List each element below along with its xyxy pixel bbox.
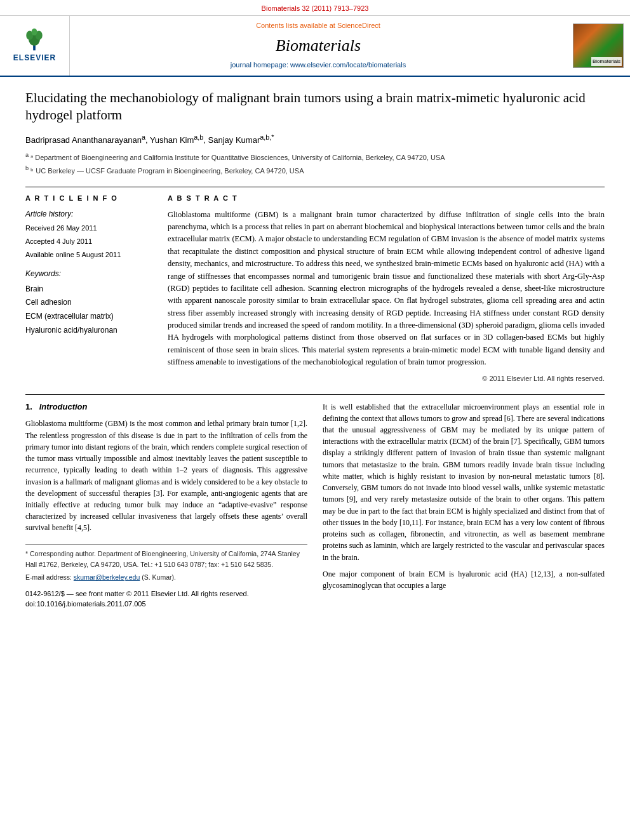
abstract-column: A B S T R A C T Glioblastoma multiforme … (168, 194, 605, 384)
journal-header: ELSEVIER Contents lists available at Sci… (0, 16, 630, 77)
body-section: 1. Introduction Glioblastoma multiforme … (25, 401, 605, 610)
article-info-label: A R T I C L E I N F O (25, 194, 152, 204)
body-left-col: 1. Introduction Glioblastoma multiforme … (25, 401, 307, 610)
body-right-col: It is well established that the extracel… (323, 401, 605, 610)
keyword-3: ECM (extracellular matrix) (25, 310, 152, 324)
section-number: 1. (25, 402, 32, 411)
elsevier-logo-area: ELSEVIER (0, 16, 70, 76)
corresponding-footnote: * Corresponding author. Department of Bi… (25, 549, 307, 570)
affiliation-b: b ᵇ UC Berkeley — UCSF Graduate Program … (25, 164, 605, 177)
journal-cover-image: Biomaterials (573, 23, 624, 68)
sup-ab: a,b (194, 133, 203, 141)
right-paragraph-2: One major component of brain ECM is hyal… (323, 568, 605, 591)
journal-top-bar: Biomaterials 32 (2011) 7913–7923 (0, 0, 630, 16)
sciencedirect-name: ScienceDirect (337, 22, 380, 29)
authors-line: Badriprasad Ananthanarayanana, Yushan Ki… (25, 133, 605, 147)
article-title: Elucidating the mechanobiology of malign… (25, 90, 605, 124)
right-paragraph-1: It is well established that the extracel… (323, 401, 605, 563)
journal-header-center: Contents lists available at ScienceDirec… (70, 16, 566, 76)
article-history: Article history: Received 26 May 2011 Ac… (25, 209, 152, 262)
elsevier-text: ELSEVIER (13, 53, 56, 63)
section-title: Introduction (39, 402, 88, 411)
available-date: Available online 5 August 2011 (25, 249, 152, 262)
keywords-block: Keywords: Brain Cell adhesion ECM (extra… (25, 269, 152, 337)
authors-text: Badriprasad Ananthanarayanana, Yushan Ki… (25, 135, 274, 145)
article-content: Elucidating the mechanobiology of malign… (0, 77, 630, 622)
article-info-column: A R T I C L E I N F O Article history: R… (25, 194, 152, 384)
abstract-text: Glioblastoma multiforme (GBM) is a malig… (168, 209, 605, 369)
intro-paragraph: Glioblastoma multiforme (GBM) is the mos… (25, 418, 307, 533)
keyword-4: Hyaluronic acid/hyaluronan (25, 324, 152, 338)
sup-a: a (142, 133, 145, 141)
body-divider (25, 394, 605, 395)
doi-text: doi:10.1016/j.biomaterials.2011.07.005 (25, 599, 307, 610)
affiliation-a: a ᵃ Department of Bioengineering and Cal… (25, 150, 605, 163)
journal-cover-area: Biomaterials (566, 16, 630, 76)
footnote-area: * Corresponding author. Department of Bi… (25, 544, 307, 610)
keywords-list: Brain Cell adhesion ECM (extracellular m… (25, 283, 152, 337)
email-footnote: E-mail address: skumar@berkeley.edu (S. … (25, 572, 307, 583)
elsevier-logo: ELSEVIER (13, 27, 56, 63)
info-abstract-section: A R T I C L E I N F O Article history: R… (25, 187, 605, 384)
open-access-text: 0142-9612/$ — see front matter © 2011 El… (25, 589, 307, 599)
accepted-date: Accepted 4 July 2011 (25, 236, 152, 248)
affiliations: a ᵃ Department of Bioengineering and Cal… (25, 150, 605, 177)
intro-heading: 1. Introduction (25, 401, 307, 413)
history-label: Article history: (25, 209, 152, 220)
keyword-1: Brain (25, 283, 152, 297)
keywords-label: Keywords: (25, 269, 152, 279)
svg-point-4 (32, 29, 37, 36)
svg-point-5 (34, 46, 36, 48)
journal-citation: Biomaterials 32 (2011) 7913–7923 (262, 4, 369, 12)
journal-title: Biomaterials (80, 34, 556, 58)
sciencedirect-link: Contents lists available at ScienceDirec… (80, 21, 556, 31)
homepage-url: www.elsevier.com/locate/biomaterials (290, 61, 406, 69)
elsevier-tree-icon (23, 27, 46, 53)
sup-ab-star: a,b,* (260, 133, 274, 141)
cover-label: Biomaterials (591, 57, 622, 66)
journal-homepage: journal homepage: www.elsevier.com/locat… (80, 60, 556, 70)
email-link[interactable]: skumar@berkeley.edu (74, 573, 140, 581)
abstract-label: A B S T R A C T (168, 194, 605, 204)
copyright-line: © 2011 Elsevier Ltd. All rights reserved… (168, 374, 605, 384)
received-date: Received 26 May 2011 (25, 222, 152, 235)
keyword-2: Cell adhesion (25, 296, 152, 310)
history-dates: Received 26 May 2011 Accepted 4 July 201… (25, 222, 152, 261)
page: Biomaterials 32 (2011) 7913–7923 (0, 0, 630, 840)
doi-line: 0142-9612/$ — see front matter © 2011 El… (25, 589, 307, 610)
